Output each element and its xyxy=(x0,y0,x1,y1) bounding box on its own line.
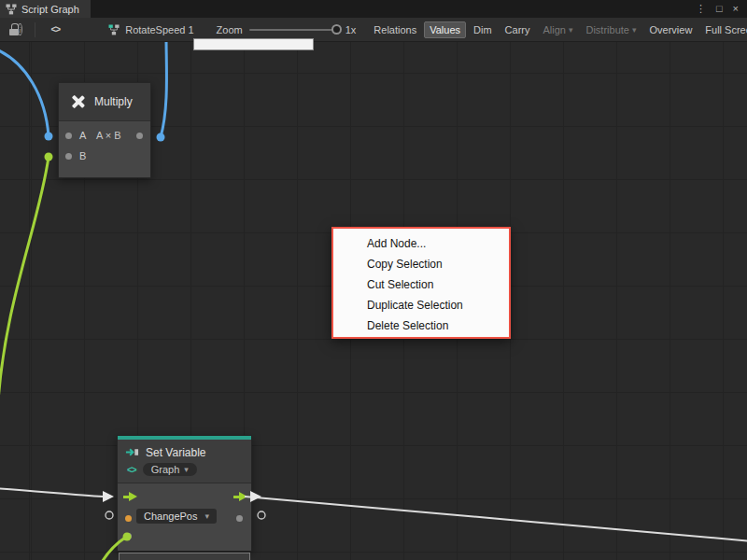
variable-name-row: ChangePos ▾ xyxy=(118,508,251,528)
port-label-b: B xyxy=(79,150,86,161)
zoom-slider[interactable] xyxy=(249,29,339,31)
zoom-value: 1x xyxy=(345,24,357,35)
context-menu: Add Node... Copy Selection Cut Selection… xyxy=(331,227,511,339)
node-set-variable[interactable]: Set Variable <> Graph ▾ ChangePos ▾ xyxy=(117,435,252,552)
chevron-down-icon: ▾ xyxy=(184,465,189,474)
node-set-variable-header[interactable]: Set Variable <> Graph ▾ xyxy=(118,440,251,483)
close-icon[interactable]: × xyxy=(733,4,739,14)
graph-toolbar: i <> RotateSpeed 1 Zoom 1x Relations xyxy=(0,18,747,42)
script-graph-window: Multiply A A × B B xyxy=(0,0,747,560)
set-variable-icon xyxy=(125,445,139,459)
variable-name-dropdown[interactable]: ChangePos ▾ xyxy=(136,509,217,524)
code-icon[interactable]: <> xyxy=(51,24,61,35)
multiply-icon xyxy=(70,94,85,109)
menu-item-add-node[interactable]: Add Node... xyxy=(333,233,509,254)
graph-breadcrumb[interactable]: RotateSpeed 1 xyxy=(108,24,193,35)
port-label-a: A xyxy=(79,130,86,141)
node-partial-bottom[interactable] xyxy=(119,553,250,560)
output-port[interactable] xyxy=(136,133,143,139)
input-port-b[interactable] xyxy=(65,153,72,160)
toolbar-button-overview[interactable]: Overview xyxy=(643,21,698,38)
port-row-a: A A × B xyxy=(59,126,150,147)
toolbar-button-align[interactable]: Align▾ xyxy=(537,21,578,38)
zoom-control: Zoom 1x xyxy=(217,24,357,35)
flow-output-port[interactable] xyxy=(233,492,247,502)
variable-scope-dropdown[interactable]: Graph ▾ xyxy=(143,463,197,476)
flow-port-row xyxy=(118,487,251,508)
toolbar-button-distribute[interactable]: Distribute▾ xyxy=(580,21,641,38)
panel-menu-icon[interactable]: ⋮ xyxy=(696,4,706,14)
toolbar-button-fullscreen[interactable]: Full Screen xyxy=(699,21,747,38)
node-multiply-header[interactable]: Multiply xyxy=(59,83,150,121)
toolbar-divider xyxy=(35,22,35,37)
node-title: Multiply xyxy=(94,95,133,108)
value-output-port[interactable] xyxy=(236,515,243,522)
chevron-down-icon: ▾ xyxy=(205,511,210,521)
toolbar-button-values[interactable]: Values xyxy=(424,21,466,38)
tab-bar: Script Graph ⋮ □ × xyxy=(0,0,747,18)
variable-kind-icon: <> xyxy=(127,465,136,475)
toolbar-button-dim[interactable]: Dim xyxy=(468,21,498,38)
inline-text-field[interactable] xyxy=(193,38,314,50)
panel-controls: ⋮ □ × xyxy=(696,0,747,18)
node-title: Set Variable xyxy=(146,446,205,459)
port-row-b: B xyxy=(59,147,150,167)
value-input-port[interactable] xyxy=(125,533,132,539)
toolbar-button-relations[interactable]: Relations xyxy=(368,21,422,38)
toolbar-buttons: Relations Values Dim Carry Align▾ Distri… xyxy=(367,21,747,38)
menu-item-delete-selection[interactable]: Delete Selection xyxy=(333,315,509,336)
chevron-down-icon: ▾ xyxy=(569,25,573,35)
maximize-icon[interactable]: □ xyxy=(716,4,723,14)
node-multiply[interactable]: Multiply A A × B B xyxy=(58,82,151,178)
menu-item-duplicate-selection[interactable]: Duplicate Selection xyxy=(333,295,509,315)
variable-input-port[interactable] xyxy=(125,515,132,522)
zoom-slider-knob[interactable] xyxy=(331,24,342,35)
value-input-row xyxy=(118,528,251,545)
node-set-variable-body: ChangePos ▾ xyxy=(118,483,251,551)
node-multiply-body: A A × B B xyxy=(59,121,150,177)
chevron-down-icon: ▾ xyxy=(632,25,637,35)
flow-input-port[interactable] xyxy=(123,492,137,502)
tab-script-graph[interactable]: Script Graph xyxy=(0,0,91,18)
menu-item-cut-selection[interactable]: Cut Selection xyxy=(333,274,509,295)
graph-breadcrumb-label: RotateSpeed 1 xyxy=(125,24,193,35)
zoom-label: Zoom xyxy=(217,24,243,35)
output-label: A × B xyxy=(96,130,121,141)
variable-scope-value: Graph xyxy=(151,464,180,475)
script-graph-icon xyxy=(6,4,17,15)
tab-title: Script Graph xyxy=(21,4,79,15)
toolbar-button-carry[interactable]: Carry xyxy=(500,21,536,38)
menu-item-copy-selection[interactable]: Copy Selection xyxy=(333,254,509,274)
input-port-a[interactable] xyxy=(65,133,72,139)
script-machine-icon xyxy=(108,24,120,35)
variable-name-value: ChangePos xyxy=(144,511,198,522)
